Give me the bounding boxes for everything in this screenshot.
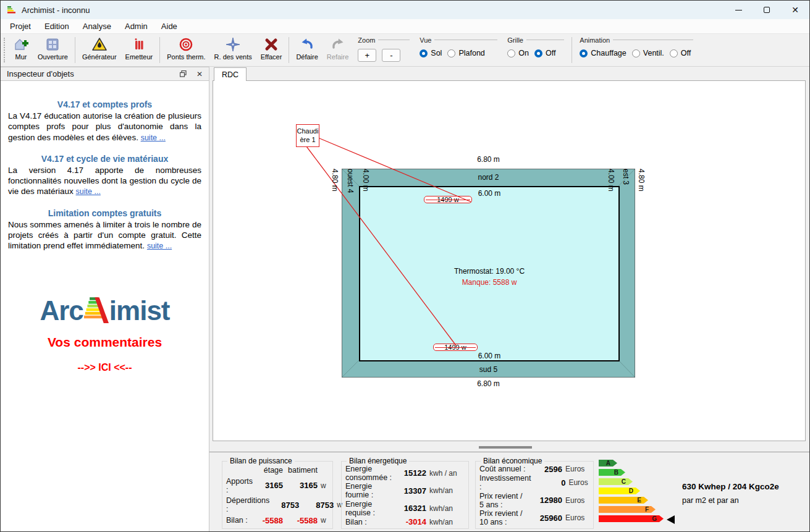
menu-projet[interactable]: Projet <box>3 20 38 32</box>
generateur-button[interactable]: Générateur <box>78 34 121 66</box>
power-balance-box: Bilan de puissance étage batiment Apport… <box>222 461 333 529</box>
radio-grille-on[interactable]: On <box>507 49 529 57</box>
ouverture-button[interactable]: Ouverture <box>33 34 72 66</box>
energy-label-a-icon <box>84 297 109 325</box>
zoom-in-button[interactable]: + <box>358 49 376 62</box>
dim-right-outer: 4.80 m <box>637 169 646 378</box>
radio-grille-off[interactable]: Off <box>534 49 555 57</box>
radio-plafond[interactable]: Plafond <box>447 49 484 57</box>
title-bar: Archimist - inconnu ✕ <box>1 1 809 19</box>
wall-north-label: nord 2 <box>342 173 635 182</box>
grade-bar-a: A <box>599 460 617 467</box>
menu-analyse[interactable]: Analyse <box>76 20 118 32</box>
radio-grille-off-icon <box>534 49 542 57</box>
effacer-button[interactable]: Effacer <box>256 34 287 66</box>
manque-label: Manque: 5588 w <box>359 278 620 287</box>
power-header-row: étage batiment <box>226 466 329 475</box>
table-row: Bilan : -3014 kwh/an <box>345 517 465 526</box>
news-heading: Limitation comptes gratuits <box>8 208 201 218</box>
menu-admin[interactable]: Admin <box>118 20 154 32</box>
table-row: Déperditions : 8753 8753 w <box>226 496 329 513</box>
tab-rdc[interactable]: RDC <box>214 67 247 81</box>
zoom-group: Zoom + - <box>353 34 415 66</box>
redo-icon <box>330 36 346 53</box>
mur-button[interactable]: Mur <box>9 34 33 66</box>
zoom-group-label: Zoom <box>358 36 375 44</box>
suite-link[interactable]: suite ... <box>141 133 166 142</box>
suite-link[interactable]: suite ... <box>147 242 172 250</box>
horizontal-scrollbar[interactable] <box>209 441 809 452</box>
refaire-button[interactable]: Refaire <box>323 34 353 66</box>
close-panel-icon[interactable]: ✕ <box>196 70 203 78</box>
ponts-therm-button[interactable]: Ponts therm. <box>162 34 209 66</box>
table-row: Coût annuel : 2596 Euros <box>479 465 589 474</box>
defaire-button[interactable]: Défaire <box>292 34 322 66</box>
toolbar: Mur Ouverture Générateur <box>1 33 809 67</box>
toolbar-separator <box>289 37 289 63</box>
dim-top-outer: 6.80 m <box>342 155 635 164</box>
radio-sol[interactable]: Sol <box>420 49 442 57</box>
radio-plafond-icon <box>447 49 455 57</box>
wall-east-label: est 3 <box>622 169 630 378</box>
zoom-out-button[interactable]: - <box>382 49 400 62</box>
grade-bar-c: C <box>599 478 633 485</box>
radio-ventil-icon <box>632 49 640 57</box>
maximize-button[interactable] <box>753 1 781 19</box>
vue-group: Vue Sol Plafond <box>415 34 502 66</box>
minimize-button[interactable] <box>724 1 753 19</box>
dim-left-outer: 4.80 m <box>331 169 339 378</box>
economic-balance-legend: Bilan économique <box>481 457 544 465</box>
energy-balance-legend: Bilan énergetique <box>347 457 409 465</box>
toolbar-separator <box>159 37 160 63</box>
scrollbar-thumb[interactable] <box>479 446 532 449</box>
menu-aide[interactable]: Aide <box>154 20 184 32</box>
news-heading: V4.17 et cycle de vie matériaux <box>8 154 201 164</box>
dim-bottom-inner: 6.00 m <box>359 352 620 360</box>
window-opening-icon <box>44 36 61 53</box>
app-window: Archimist - inconnu ✕ Projet Edition Ana… <box>0 0 810 532</box>
plan-canvas[interactable]: 6.80 m nord 2 6.00 m Thermostat: 19.00 °… <box>213 80 806 441</box>
news-heading: V4.17 et comptes profs <box>8 99 201 109</box>
wall-house-icon <box>13 36 29 53</box>
dim-left-inner: 4.00 m <box>361 169 370 378</box>
radiator-bottom[interactable]: 1499 w <box>433 344 478 351</box>
toolbar-separator <box>75 37 75 63</box>
radiator-icon <box>131 36 147 53</box>
toolbar-drag-handle[interactable] <box>4 38 7 62</box>
rose-des-vents-button[interactable]: R. des vents <box>210 34 256 66</box>
ici-link[interactable]: -->> ICI <<-- <box>8 362 201 373</box>
radio-chauffage[interactable]: Chauffage <box>580 49 626 57</box>
news-paragraph: La V4.17 éducation autorise la création … <box>8 111 201 143</box>
grille-group: Grille On Off <box>502 34 569 66</box>
emetteur-button[interactable]: Emetteur <box>121 34 158 66</box>
menu-edition[interactable]: Edition <box>38 20 76 32</box>
generator-warning-icon <box>91 36 108 53</box>
dim-bottom-outer: 6.80 m <box>342 379 635 388</box>
dim-top-inner: 6.00 m <box>359 189 620 198</box>
radio-animation-off[interactable]: Off <box>670 49 691 57</box>
wall-south-label: sud 5 <box>342 365 635 374</box>
news-paragraph: Nous sommes amenés à limiter à trois le … <box>8 219 201 251</box>
app-logo-icon <box>7 5 17 15</box>
table-row: Energie requise : 16321 kwh/an <box>345 500 465 517</box>
table-row: Prix revient / 10 ans : 25960 Euros <box>479 509 589 526</box>
table-row: Prix revient / 5 ans : 12980 Euros <box>479 492 589 509</box>
close-button[interactable]: ✕ <box>781 1 809 19</box>
table-row: Investissement : 0 Euros <box>479 474 589 491</box>
economic-balance-box: Bilan économique Coût annuel : 2596 Euro… <box>475 461 594 529</box>
table-row: Energie fournie : 13307 kwh/an <box>345 482 465 499</box>
animation-group-label: Animation <box>580 36 610 44</box>
radio-chauffage-icon <box>580 49 588 57</box>
grade-bar-b: B <box>599 469 625 476</box>
float-panel-icon[interactable] <box>180 70 187 77</box>
suite-link[interactable]: suite ... <box>76 187 101 196</box>
toolbar-separator <box>572 37 572 63</box>
grade-bar-g: G <box>599 515 664 522</box>
radio-ventil[interactable]: Ventil. <box>632 49 664 57</box>
vue-group-label: Vue <box>420 36 431 44</box>
boiler-node[interactable]: Chaudi ère 1 <box>296 124 319 147</box>
comments-label: Vos commentaires <box>8 335 201 350</box>
dpe-unit-line: par m2 et par an <box>682 496 739 505</box>
radio-sol-icon <box>420 49 428 57</box>
archimist-logo: Arc imist <box>8 295 201 326</box>
